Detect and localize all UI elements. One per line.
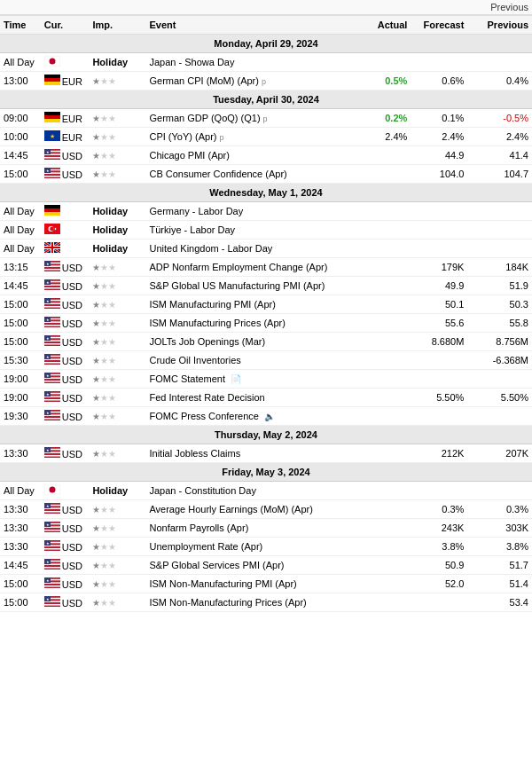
cell-currency: ★ USD [41,538,90,556]
cell-time: 19:00 [0,389,41,407]
cell-forecast: 50.9 [411,556,467,575]
cell-time: 15:00 [0,333,41,351]
table-row: 15:00 ★ USD ★★★ CB Consumer Confidence (… [0,165,532,184]
cell-currency: ★ USD [41,277,90,295]
svg-rect-22 [44,205,60,208]
holiday-label: Holiday [92,57,128,67]
cell-event: ADP Nonfarm Employment Change (Apr) [145,258,354,277]
cell-currency: ★ USD [41,351,90,370]
importance-stars: ★★★ [92,318,116,328]
svg-text:★: ★ [45,318,49,322]
cell-time: All Day [0,482,41,500]
importance-stars: ★★★ [92,523,116,533]
table-row: 14:45 ★ USD ★★★ Chicago PMI (Apr)44.941.… [0,146,532,165]
svg-rect-77 [44,381,60,382]
cell-event: CPI (YoY) (Apr) p [145,128,354,146]
previous-value: 51.4 [510,578,528,589]
svg-rect-133 [44,604,60,606]
previous-value: 8.756M [496,336,528,347]
cell-currency: ★ USD [41,556,90,575]
cell-actual: 0.5% [354,72,411,90]
cell-forecast [411,370,467,389]
col-header-cur: Cur. [41,16,90,35]
cell-actual [354,482,411,500]
cell-time: 09:00 [0,109,41,128]
cell-forecast: 5.50% [411,389,467,407]
cell-actual [354,370,411,389]
previous-value: 104.7 [504,169,528,179]
cell-time: 13:30 [0,519,41,538]
cell-currency: ★ USD [41,146,90,165]
cell-forecast: 8.680M [411,333,467,351]
currency-label: USD [62,374,82,385]
cell-time: 13:30 [0,538,41,556]
table-row: 19:30 ★ USD ★★★ FOMC Press Conference 🔈 [0,407,532,426]
svg-rect-121 [44,567,60,569]
cell-importance: Holiday [89,221,145,240]
event-suffix: p [220,133,224,142]
currency-label: USD [62,561,82,571]
holiday-label: Holiday [92,224,128,235]
cell-actual [354,165,411,184]
currency-label: USD [62,318,82,329]
cell-currency [41,221,90,240]
svg-text:★: ★ [45,150,49,154]
cell-event: Unemployment Rate (Apr) [145,538,354,556]
flag-icon [44,225,60,236]
cell-importance: ★★★ [89,277,145,295]
svg-rect-65 [44,343,60,345]
svg-rect-103 [44,511,60,513]
cell-time: 15:30 [0,351,41,370]
cell-forecast: 2.4% [411,128,467,146]
flag-icon [44,76,60,87]
svg-rect-53 [44,306,60,308]
flag-icon [44,207,60,217]
cell-previous: 2.4% [467,128,532,146]
cell-currency: ★ EUR [41,128,90,146]
cell-previous [467,370,532,389]
cell-previous: 0.3% [467,500,532,519]
cell-event: Crude Oil Inventories [145,351,354,370]
svg-rect-95 [44,455,60,457]
previous-link[interactable]: Previous [490,2,528,12]
cell-actual [354,314,411,333]
flag-icon: ★ [44,318,60,329]
cell-time: 13:30 [0,500,41,519]
svg-text:★: ★ [45,504,49,508]
cell-previous: 53.4 [467,593,532,612]
flag-icon: ★ [44,281,60,292]
table-header-row: Time Cur. Imp. Event Actual Forecast Pre… [0,16,532,35]
table-row: 14:45 ★ USD ★★★ S&P Global US Manufactur… [0,277,532,295]
svg-rect-89 [44,418,60,420]
currency-label: EUR [62,132,82,143]
cell-currency: ★ USD [41,407,90,426]
table-row: 15:00 ★ USD ★★★ JOLTs Job Openings (Mar)… [0,333,532,351]
svg-text:★: ★ [45,169,49,173]
holiday-label: Holiday [92,243,128,254]
flag-icon: ★ [44,523,60,534]
currency-label: EUR [62,76,82,87]
cell-time: 13:30 [0,444,41,463]
cell-currency: ★ USD [41,370,90,389]
table-row: 15:00 ★ USD ★★★ ISM Manufacturing PMI (A… [0,295,532,314]
previous-value: 3.8% [506,541,528,552]
cell-event: ISM Non-Manufacturing PMI (Apr) [145,575,354,593]
cell-forecast: 52.0 [411,575,467,593]
cell-forecast: 0.6% [411,72,467,90]
cell-previous: 51.7 [467,556,532,575]
cell-forecast: 0.1% [411,109,467,128]
table-row: 19:00 ★ USD ★★★ FOMC Statement 📄 [0,370,532,389]
cell-actual [354,444,411,463]
importance-stars: ★★★ [92,505,116,515]
cell-event: Japan - Showa Day [145,53,354,72]
cell-actual [354,295,411,314]
flag-icon: ★ [44,263,60,273]
table-row: 15:00 ★ USD ★★★ ISM Non-Manufacturing Pr… [0,593,532,612]
importance-stars: ★★★ [92,300,116,310]
cell-time: 14:45 [0,556,41,575]
currency-label: USD [62,598,82,609]
nav-bar: Previous [0,0,532,15]
cell-previous [467,53,532,72]
importance-stars: ★★★ [92,76,116,86]
flag-icon [44,244,60,255]
